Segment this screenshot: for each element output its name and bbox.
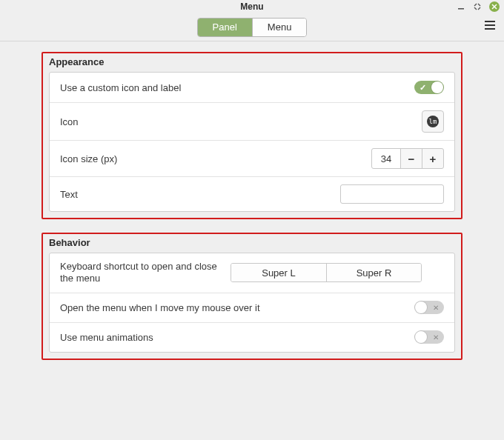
- close-icon[interactable]: [489, 1, 500, 12]
- svg-rect-0: [458, 8, 464, 10]
- window-title: Menu: [240, 1, 263, 12]
- menu-logo-icon: lm: [427, 116, 439, 127]
- label-icon-size: Icon size (px): [60, 153, 371, 164]
- label-custom-icon: Use a custom icon and label: [60, 82, 414, 93]
- group-behavior: Behavior Keyboard shortcut to open and c…: [42, 233, 462, 360]
- cross-icon: ✕: [433, 333, 439, 341]
- row-animations: Use menu animations ✕: [50, 322, 454, 352]
- tab-switcher: Panel Menu: [197, 18, 308, 37]
- appearance-rows: Use a custom icon and label ✓ Icon lm: [49, 72, 455, 212]
- row-hover-open: Open the menu when I move my mouse over …: [50, 293, 454, 322]
- label-shortcut: Keyboard shortcut to open and close the …: [60, 261, 231, 285]
- svg-rect-1: [485, 21, 495, 22]
- icon-size-input[interactable]: [371, 148, 401, 169]
- row-custom-icon: Use a custom icon and label ✓: [50, 73, 454, 102]
- row-icon-size: Icon size (px) − +: [50, 140, 454, 176]
- behavior-rows: Keyboard shortcut to open and close the …: [49, 253, 455, 353]
- shortcut-2-button[interactable]: Super R: [326, 264, 421, 281]
- check-icon: ✓: [420, 83, 426, 93]
- row-icon: Icon lm: [50, 102, 454, 140]
- increment-button[interactable]: +: [422, 148, 444, 169]
- header-toolbar: Panel Menu: [0, 13, 504, 41]
- window-controls: [457, 1, 500, 12]
- page-content: Appearance Use a custom icon and label ✓…: [0, 41, 504, 360]
- label-icon: Icon: [60, 116, 422, 127]
- titlebar: Menu: [0, 0, 504, 13]
- toggle-animations[interactable]: ✕: [414, 330, 444, 344]
- svg-rect-3: [485, 28, 495, 30]
- minimize-icon[interactable]: [457, 2, 465, 11]
- shortcut-buttons: Super L Super R: [231, 263, 422, 282]
- group-appearance: Appearance Use a custom icon and label ✓…: [42, 52, 462, 219]
- group-title-appearance: Appearance: [49, 53, 455, 72]
- row-text: Text: [50, 176, 454, 211]
- icon-picker-button[interactable]: lm: [422, 110, 444, 133]
- maximize-icon[interactable]: [473, 2, 482, 11]
- label-animations: Use menu animations: [60, 332, 414, 343]
- icon-size-spinner: − +: [371, 148, 444, 169]
- tab-menu[interactable]: Menu: [252, 19, 307, 36]
- tab-panel[interactable]: Panel: [198, 19, 252, 36]
- svg-rect-2: [485, 24, 495, 26]
- toggle-custom-icon[interactable]: ✓: [414, 81, 444, 94]
- decrement-button[interactable]: −: [400, 148, 422, 169]
- shortcut-1-button[interactable]: Super L: [231, 264, 326, 281]
- label-hover-open: Open the menu when I move my mouse over …: [60, 302, 414, 313]
- row-shortcut: Keyboard shortcut to open and close the …: [50, 253, 454, 293]
- hamburger-icon[interactable]: [485, 21, 495, 32]
- toggle-hover-open[interactable]: ✕: [414, 301, 444, 314]
- group-title-behavior: Behavior: [49, 234, 455, 253]
- cross-icon: ✕: [433, 304, 439, 312]
- text-input[interactable]: [340, 184, 444, 204]
- label-text: Text: [60, 189, 340, 200]
